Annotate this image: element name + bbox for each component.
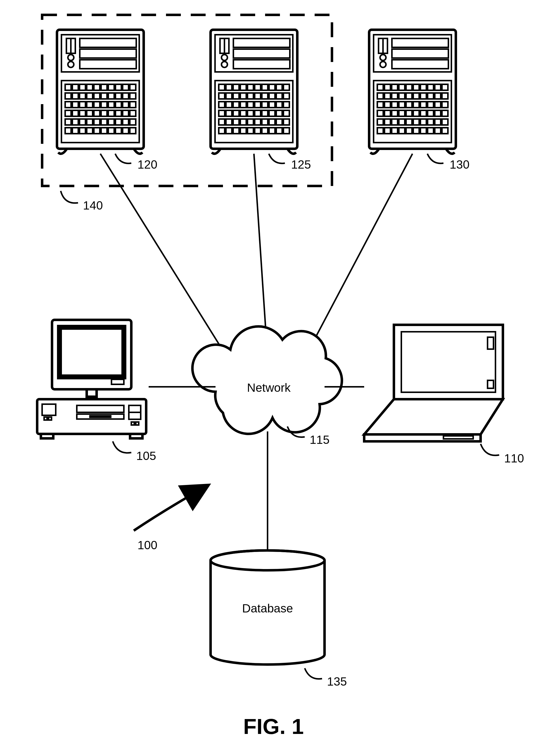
figure-caption: FIG. 1 <box>243 714 304 739</box>
database-label: Database <box>242 602 293 615</box>
ref-network: 115 <box>310 433 329 446</box>
svg-rect-81 <box>89 415 112 418</box>
svg-rect-86 <box>41 434 53 438</box>
network-label: Network <box>247 381 291 394</box>
server-c-icon <box>369 30 456 154</box>
ref-serverA: 120 <box>138 158 157 171</box>
svg-rect-74 <box>87 389 97 397</box>
network-cloud-icon <box>193 327 342 434</box>
callout-database <box>305 668 322 679</box>
ref-desktop: 105 <box>136 449 156 462</box>
svg-rect-87 <box>130 434 143 438</box>
ref-cluster: 140 <box>83 199 103 212</box>
ref-database: 135 <box>327 675 347 688</box>
callout-desktop <box>113 441 131 453</box>
callout-serverB <box>269 154 285 163</box>
laptop-icon <box>364 325 503 441</box>
callout-cluster <box>61 191 78 203</box>
desktop-icon <box>37 320 146 438</box>
ref-serverC: 130 <box>450 158 469 171</box>
ref-serverB: 125 <box>291 158 311 171</box>
server-a-icon <box>57 30 144 154</box>
callout-laptop <box>481 444 499 455</box>
callout-serverA <box>115 154 131 163</box>
figure-1-diagram: Network <box>0 0 547 756</box>
ref-system: 100 <box>138 539 157 552</box>
callout-serverC <box>427 154 443 163</box>
ref-laptop: 110 <box>504 452 524 465</box>
server-b-icon <box>211 30 297 154</box>
system-ref-arrow <box>134 491 198 531</box>
svg-rect-72 <box>64 332 119 372</box>
